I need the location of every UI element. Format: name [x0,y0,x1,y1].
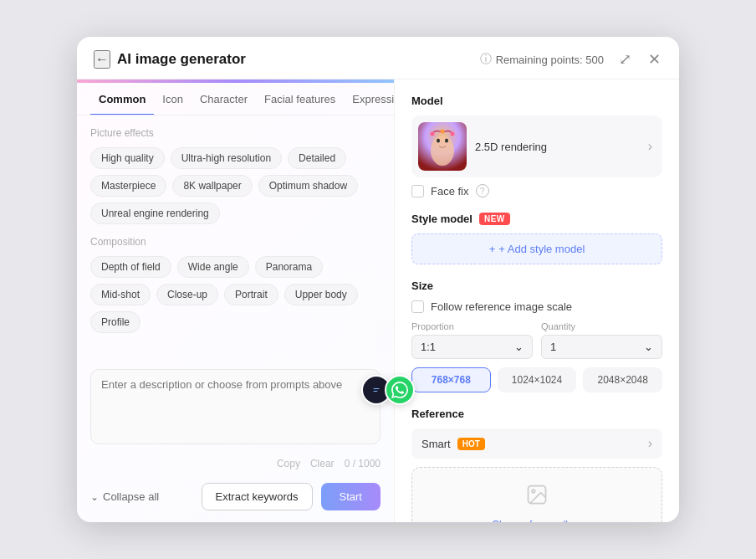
svg-point-7 [441,130,445,134]
composition-tags: Depth of field Wide angle Panorama Mid-s… [90,256,381,333]
svg-point-5 [445,139,448,143]
tag-ultra-high-resolution[interactable]: Ultra-high resolution [171,147,282,169]
follow-ref-label: Follow reference image scale [431,300,572,313]
follow-ref-row: Follow reference image scale [411,300,662,313]
proportion-group: Proportion 1:1 ⌄ [411,321,533,359]
proportion-label: Proportion [411,321,533,331]
prompt-textarea[interactable] [90,369,381,444]
tag-close-up[interactable]: Close-up [156,284,218,305]
whatsapp-icon[interactable] [385,375,415,405]
model-section-title: Model [411,95,662,107]
model-name: 2.5D rendering [475,141,547,153]
tabs-bar: Common Icon Character Facial features Ex… [77,83,394,115]
follow-ref-checkbox[interactable] [411,300,424,313]
tag-depth-of-field[interactable]: Depth of field [90,256,171,278]
tag-wide-angle[interactable]: Wide angle [177,256,249,278]
face-fix-label: Face fix [431,185,469,197]
bottom-actions: Extract keywords Start [202,483,381,510]
svg-point-8 [451,132,455,136]
face-fix-checkbox[interactable] [411,185,424,197]
collapse-all-button[interactable]: ⌄ Collapse all [90,490,159,503]
tab-icon[interactable]: Icon [154,83,192,115]
face-fix-row: Face fix ? [411,184,662,197]
upload-from-gallery-link[interactable]: Choose from gallary [492,519,581,522]
tag-masterpiece[interactable]: Masterpiece [90,175,166,197]
tag-8k-wallpaper[interactable]: 8K wallpaper [172,175,252,197]
smart-label: Smart [421,438,451,450]
new-badge: NEW [479,213,510,225]
close-button[interactable]: ✕ [646,50,662,69]
chevron-down-icon: ⌄ [90,491,99,503]
svg-point-0 [370,384,383,397]
size-options-row: 768×768 1024×1024 2048×2048 [411,367,662,392]
style-model-title: Style model [411,213,472,225]
tab-common[interactable]: Common [90,83,154,115]
picture-effects-label: Picture effects [90,127,381,139]
tag-unreal-engine[interactable]: Unreal engine rendering [90,203,220,224]
size-option-768[interactable]: 768×768 [411,367,491,392]
tag-detailed[interactable]: Detailed [288,147,346,169]
smart-left: Smart HOT [421,438,485,450]
tag-high-quality[interactable]: High quality [90,147,165,169]
face-fix-help-icon[interactable]: ? [476,184,489,197]
upload-area[interactable]: Choose from gallary or Upload local imag… [411,467,662,522]
tag-portrait[interactable]: Portrait [224,284,278,305]
svg-point-4 [437,139,440,143]
start-button[interactable]: Start [321,483,381,510]
picture-effects-tags: High quality Ultra-high resolution Detai… [90,147,381,224]
tab-expression[interactable]: Expression [344,83,394,115]
size-section-title: Size [411,280,662,292]
plus-icon: + [489,243,496,255]
remaining-points: ⓘ Remaining points: 500 [480,52,604,67]
model-section: Model [411,95,662,197]
reference-title: Reference [411,408,662,420]
tab-facial[interactable]: Facial features [256,83,344,115]
model-card-left: 2.5D rendering [418,122,547,171]
size-section: Size Follow reference image scale Propor… [411,280,662,392]
hot-badge: HOT [457,438,485,450]
model-arrow-icon: › [648,139,652,154]
proportion-quantity-row: Proportion 1:1 ⌄ Quantity 1 ⌄ [411,321,662,359]
style-model-header: Style model NEW [411,213,662,225]
page-title: AI image generator [117,51,246,68]
prompt-textarea-wrap [77,369,394,454]
model-thumbnail [418,122,467,171]
composition-label: Composition [90,236,381,248]
tag-mid-shot[interactable]: Mid-shot [90,284,151,305]
tag-upper-body[interactable]: Upper body [284,284,358,305]
bottom-bar: ⌄ Collapse all Extract keywords Start [77,474,394,522]
tag-panorama[interactable]: Panorama [255,256,323,278]
tab-character[interactable]: Character [192,83,256,115]
chevron-down-icon: ⌄ [644,341,653,353]
upload-image-icon [427,483,646,511]
proportion-select[interactable]: 1:1 ⌄ [411,335,533,359]
char-count: 0 / 1000 [345,458,381,469]
expand-button[interactable]: ⤢ [617,50,633,69]
reference-section: Reference Smart HOT › [411,408,662,522]
back-button[interactable]: ← [94,50,110,69]
clear-button[interactable]: Clear [310,458,335,469]
quantity-label: Quantity [541,321,662,331]
floating-icons [361,375,415,405]
extract-keywords-button[interactable]: Extract keywords [202,483,313,510]
right-panel: Model [395,79,679,522]
add-style-button[interactable]: + + Add style model [411,233,662,264]
style-model-section: Style model NEW + + Add style model [411,213,662,264]
tag-profile[interactable]: Profile [90,311,140,333]
smart-arrow-icon: › [648,436,652,451]
size-option-1024[interactable]: 1024×1024 [498,367,577,392]
textarea-actions: Copy Clear 0 / 1000 [77,454,394,474]
copy-button[interactable]: Copy [277,458,300,469]
tag-optimum-shadow[interactable]: Optimum shadow [258,175,358,197]
smart-row[interactable]: Smart HOT › [411,428,662,459]
quantity-group: Quantity 1 ⌄ [541,321,662,359]
quantity-select[interactable]: 1 ⌄ [541,335,662,359]
prompts-area: Picture effects High quality Ultra-high … [77,115,394,369]
svg-point-6 [431,132,435,136]
info-icon: ⓘ [480,52,492,67]
size-option-2048[interactable]: 2048×2048 [583,367,662,392]
model-card[interactable]: 2.5D rendering › [411,115,662,177]
chevron-down-icon: ⌄ [514,341,524,353]
svg-point-10 [532,490,535,493]
svg-point-2 [431,136,454,166]
